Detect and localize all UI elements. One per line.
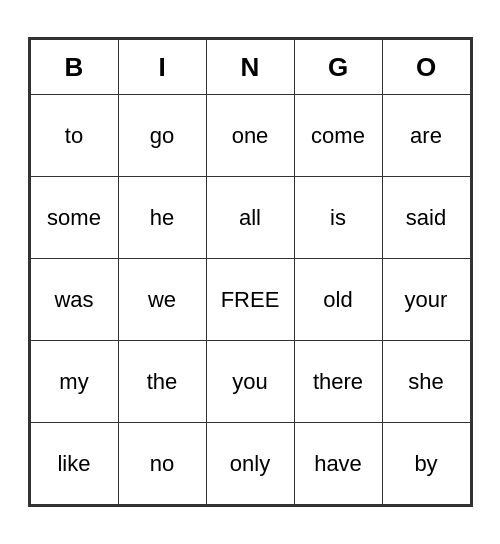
col-b: B [30, 40, 118, 95]
table-row: someheallissaid [30, 177, 470, 259]
cell-r0-c2: one [206, 95, 294, 177]
cell-r4-c3: have [294, 423, 382, 505]
cell-r0-c0: to [30, 95, 118, 177]
cell-r3-c4: she [382, 341, 470, 423]
table-row: wasweFREEoldyour [30, 259, 470, 341]
cell-r0-c3: come [294, 95, 382, 177]
bingo-table: B I N G O togoonecomearesomeheallissaidw… [30, 39, 471, 505]
header-row: B I N G O [30, 40, 470, 95]
cell-r4-c1: no [118, 423, 206, 505]
cell-r1-c2: all [206, 177, 294, 259]
cell-r0-c1: go [118, 95, 206, 177]
cell-r4-c2: only [206, 423, 294, 505]
cell-r1-c1: he [118, 177, 206, 259]
cell-r3-c1: the [118, 341, 206, 423]
cell-r1-c0: some [30, 177, 118, 259]
table-row: mytheyouthereshe [30, 341, 470, 423]
table-row: likenoonlyhaveby [30, 423, 470, 505]
col-i: I [118, 40, 206, 95]
cell-r1-c3: is [294, 177, 382, 259]
cell-r0-c4: are [382, 95, 470, 177]
bingo-body: togoonecomearesomeheallissaidwasweFREEol… [30, 95, 470, 505]
col-n: N [206, 40, 294, 95]
cell-r3-c0: my [30, 341, 118, 423]
col-o: O [382, 40, 470, 95]
cell-r2-c2: FREE [206, 259, 294, 341]
bingo-card: B I N G O togoonecomearesomeheallissaidw… [28, 37, 473, 507]
cell-r4-c4: by [382, 423, 470, 505]
cell-r1-c4: said [382, 177, 470, 259]
cell-r2-c0: was [30, 259, 118, 341]
cell-r2-c3: old [294, 259, 382, 341]
table-row: togoonecomeare [30, 95, 470, 177]
cell-r3-c2: you [206, 341, 294, 423]
cell-r2-c1: we [118, 259, 206, 341]
col-g: G [294, 40, 382, 95]
cell-r4-c0: like [30, 423, 118, 505]
cell-r2-c4: your [382, 259, 470, 341]
cell-r3-c3: there [294, 341, 382, 423]
